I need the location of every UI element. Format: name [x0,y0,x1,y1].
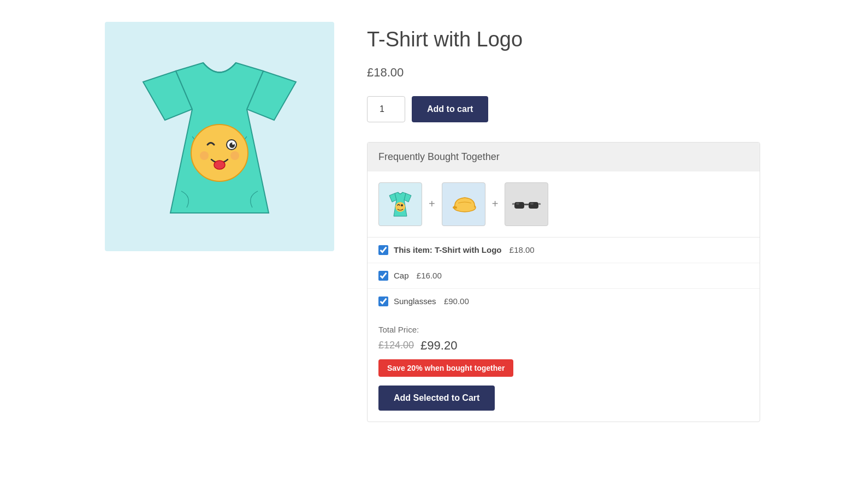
fbt-thumb-sunglasses [505,182,548,226]
product-image-container [105,22,334,251]
fbt-plus-2: + [485,198,505,210]
fbt-checkbox-tshirt[interactable] [378,245,388,255]
fbt-item-tshirt-price: £18.00 [507,245,535,254]
frequently-bought-section: Frequently Bought Together [367,142,760,422]
fbt-item-tshirt: This item: T-Shirt with Logo £18.00 [368,238,760,263]
svg-rect-12 [529,202,538,209]
product-image [127,38,312,235]
fbt-item-cap-name: Cap [394,271,409,280]
fbt-item-sunglasses-label: Sunglasses £90.00 [394,297,469,306]
fbt-price-row: £124.00 £99.20 [378,339,749,353]
svg-rect-14 [512,203,515,205]
svg-point-6 [230,151,239,160]
fbt-item-tshirt-label: This item: T-Shirt with Logo £18.00 [394,245,535,254]
fbt-checkbox-cap[interactable] [378,271,388,281]
fbt-item-cap-label: Cap £16.00 [394,271,442,280]
svg-rect-15 [538,203,541,205]
svg-point-0 [191,124,248,181]
svg-point-16 [516,203,519,205]
product-details: T-Shirt with Logo £18.00 Add to cart Fre… [367,22,760,422]
product-price: £18.00 [367,66,760,80]
svg-point-3 [232,143,234,145]
fbt-plus-1: + [422,198,442,210]
fbt-products-row: + + [368,171,760,238]
svg-point-17 [530,203,534,205]
fbt-items-list: This item: T-Shirt with Logo £18.00 Cap … [368,238,760,314]
fbt-total-label: Total Price: [378,325,749,334]
product-page: T-Shirt with Logo £18.00 Add to cart Fre… [105,22,760,422]
fbt-item-cap-price: £16.00 [414,271,442,280]
svg-rect-11 [514,202,524,209]
fbt-checkbox-sunglasses[interactable] [378,297,388,306]
fbt-item-cap: Cap £16.00 [368,263,760,289]
svg-rect-10 [453,206,457,209]
svg-point-8 [401,204,403,206]
product-title: T-Shirt with Logo [367,27,760,52]
quantity-input[interactable] [367,96,405,122]
fbt-thumb-tshirt [378,182,422,226]
svg-point-4 [214,161,225,169]
fbt-item-sunglasses-price: £90.00 [442,297,469,306]
add-to-cart-button[interactable]: Add to cart [412,96,488,122]
fbt-total-section: Total Price: £124.00 £99.20 Save 20% whe… [368,314,760,422]
fbt-header: Frequently Bought Together [368,143,760,171]
svg-rect-13 [524,204,529,205]
fbt-thumb-cap [442,182,485,226]
svg-point-5 [200,151,209,160]
add-to-cart-row: Add to cart [367,96,760,122]
fbt-item-sunglasses-name: Sunglasses [394,297,436,306]
fbt-item-tshirt-prefix: This item: T-Shirt with Logo [394,245,501,254]
fbt-item-sunglasses: Sunglasses £90.00 [368,289,760,314]
fbt-discounted-price: £99.20 [420,339,457,353]
add-selected-to-cart-button[interactable]: Add Selected to Cart [378,386,495,411]
fbt-save-badge: Save 20% when bought together [378,359,513,377]
fbt-original-price: £124.00 [378,340,414,351]
